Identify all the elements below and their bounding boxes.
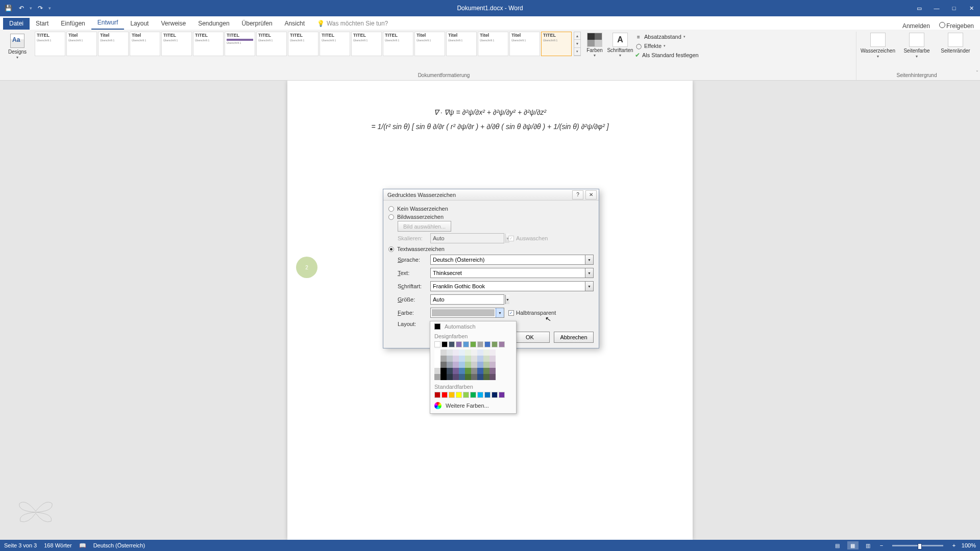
color-swatch[interactable] — [440, 356, 447, 362]
tab-layout[interactable]: Layout — [124, 18, 155, 30]
color-swatch[interactable] — [465, 368, 471, 374]
color-swatch[interactable] — [477, 368, 483, 374]
style-gallery[interactable]: TITELÜberschrift 1TitelÜberschrift 1Tite… — [35, 32, 572, 62]
color-swatch[interactable] — [442, 392, 448, 398]
colors-button[interactable]: Farben ▼ — [583, 32, 606, 57]
color-swatch[interactable] — [447, 349, 453, 356]
color-swatch[interactable] — [434, 356, 440, 362]
color-swatch[interactable] — [484, 392, 491, 398]
gallery-style-item[interactable]: TITELÜberschrift 1 — [383, 32, 413, 56]
gallery-style-item[interactable]: TitelÜberschrift 1 — [414, 32, 445, 56]
color-combo[interactable]: ▼ — [430, 308, 504, 318]
color-swatch[interactable] — [459, 356, 465, 362]
signin-link[interactable]: Anmelden — [902, 22, 930, 30]
color-swatch[interactable] — [477, 349, 483, 356]
chevron-down-icon[interactable]: ▼ — [585, 282, 593, 291]
tell-me-search[interactable]: 💡 Was möchten Sie tun? — [311, 18, 394, 30]
gallery-style-item[interactable]: TITELÜberschrift 1 — [288, 32, 318, 56]
color-swatch[interactable] — [483, 368, 489, 374]
color-swatch[interactable] — [471, 356, 477, 362]
status-proofing-icon[interactable]: 📖 — [79, 542, 86, 549]
color-swatch[interactable] — [489, 374, 496, 380]
designs-button[interactable]: Designs ▼ — [6, 32, 29, 59]
color-swatch[interactable] — [471, 374, 477, 380]
zoom-slider[interactable] — [892, 545, 943, 546]
tab-home[interactable]: Start — [30, 18, 55, 30]
paragraph-spacing-button[interactable]: ≡Absatzabstand ▾ — [634, 33, 700, 41]
undo-icon[interactable]: ↶ — [15, 2, 28, 14]
chevron-down-icon[interactable]: ▼ — [496, 308, 504, 317]
color-swatch[interactable] — [434, 392, 440, 398]
tab-view[interactable]: Ansicht — [279, 18, 311, 30]
color-swatch[interactable] — [470, 392, 476, 398]
size-input[interactable] — [431, 296, 505, 303]
gallery-style-item[interactable]: TITELÜberschrift 1 — [225, 32, 255, 56]
gallery-style-item[interactable]: TITELÜberschrift 1 — [161, 32, 192, 56]
font-combo[interactable]: ▼ — [430, 281, 594, 291]
radio-text-watermark[interactable]: Textwasserzeichen — [388, 245, 594, 253]
redo-icon[interactable]: ↷ — [34, 2, 46, 14]
gallery-style-item[interactable]: TITELÜberschrift 1 — [193, 32, 224, 56]
font-input[interactable] — [431, 283, 585, 289]
tab-mailings[interactable]: Sendungen — [192, 18, 235, 30]
color-swatch[interactable] — [453, 349, 459, 356]
tab-design[interactable]: Entwurf — [91, 17, 125, 30]
color-swatch[interactable] — [459, 362, 465, 368]
radio-picture-watermark[interactable]: Bildwasserzeichen — [388, 213, 594, 221]
color-swatch[interactable] — [499, 392, 505, 398]
color-swatch[interactable] — [483, 349, 489, 356]
color-swatch[interactable] — [489, 368, 496, 374]
color-swatch[interactable] — [434, 341, 440, 347]
color-swatch[interactable] — [470, 341, 476, 347]
color-swatch[interactable] — [463, 392, 469, 398]
color-swatch[interactable] — [483, 356, 489, 362]
color-swatch[interactable] — [447, 362, 453, 368]
gallery-scrollbar[interactable]: ▲ ▼ ▾ — [574, 32, 581, 56]
color-swatch[interactable] — [477, 356, 483, 362]
color-swatch[interactable] — [484, 341, 491, 347]
color-automatic[interactable]: Automatisch — [430, 321, 516, 332]
color-swatch[interactable] — [499, 341, 505, 347]
color-swatch[interactable] — [459, 368, 465, 374]
tab-review[interactable]: Überprüfen — [236, 18, 279, 30]
radio-no-watermark[interactable]: Kein Wasserzeichen — [388, 205, 594, 213]
gallery-style-item[interactable]: TITELÜberschrift 1 — [541, 32, 572, 56]
gallery-style-item[interactable]: TITELÜberschrift 1 — [256, 32, 287, 56]
more-colors-button[interactable]: Weitere Farben... — [430, 400, 516, 411]
color-swatch[interactable] — [483, 362, 489, 368]
gallery-style-item[interactable]: TitelÜberschrift 1 — [98, 32, 129, 56]
status-word-count[interactable]: 168 Wörter — [44, 542, 71, 548]
size-combo[interactable]: ▼ — [430, 294, 504, 305]
chevron-down-icon[interactable]: ▼ — [585, 255, 593, 264]
color-swatch[interactable] — [453, 374, 459, 380]
color-swatch[interactable] — [440, 374, 447, 380]
color-swatch[interactable] — [489, 362, 496, 368]
color-swatch[interactable] — [477, 392, 483, 398]
color-swatch[interactable] — [453, 368, 459, 374]
color-swatch[interactable] — [492, 341, 498, 347]
gallery-style-item[interactable]: TITELÜberschrift 1 — [351, 32, 382, 56]
view-read-mode-icon[interactable]: ▤ — [832, 541, 843, 549]
set-as-default-button[interactable]: ✔Als Standard festlegen — [634, 51, 700, 59]
watermark-button[interactable]: Wasserzeichen ▼ — [860, 32, 896, 58]
color-swatch[interactable] — [447, 368, 453, 374]
save-icon[interactable]: 💾 — [2, 2, 14, 14]
color-swatch[interactable] — [463, 341, 469, 347]
view-web-layout-icon[interactable]: ▥ — [863, 541, 874, 549]
color-swatch[interactable] — [440, 362, 447, 368]
cancel-button[interactable]: Abbrechen — [554, 332, 594, 343]
color-swatch[interactable] — [489, 349, 496, 356]
color-swatch[interactable] — [483, 374, 489, 380]
chevron-down-icon[interactable]: ▼ — [505, 295, 509, 304]
page-color-button[interactable]: Seitenfarbe ▼ — [898, 32, 935, 58]
color-swatch[interactable] — [449, 341, 455, 347]
color-swatch[interactable] — [477, 362, 483, 368]
color-swatch[interactable] — [459, 374, 465, 380]
maximize-icon[interactable]: □ — [945, 2, 963, 14]
dialog-titlebar[interactable]: Gedrucktes Wasserzeichen ? ✕ — [383, 189, 599, 201]
gallery-more-icon[interactable]: ▾ — [574, 48, 580, 56]
color-swatch[interactable] — [434, 368, 440, 374]
color-swatch[interactable] — [453, 356, 459, 362]
language-input[interactable] — [431, 257, 585, 263]
tab-insert[interactable]: Einfügen — [55, 18, 91, 30]
